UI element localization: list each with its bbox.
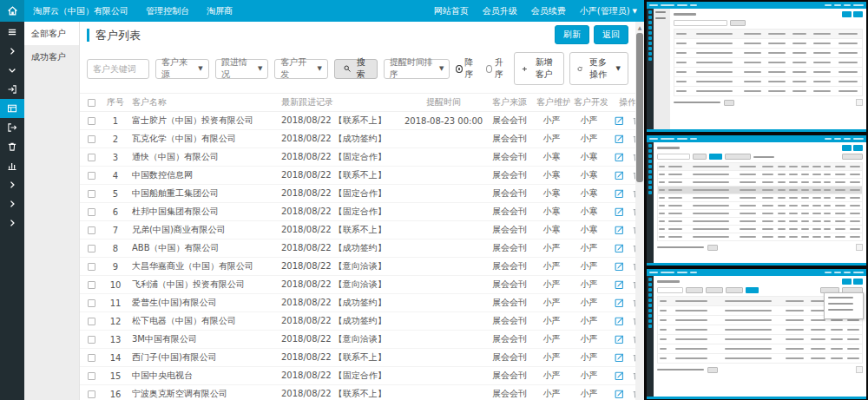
edit-icon[interactable] (615, 316, 625, 326)
nav-member-renew[interactable]: 会员续费 (524, 0, 573, 22)
sort-asc-radio[interactable]: 升序 (486, 56, 508, 81)
submenu-item-1[interactable]: 成功客户 (24, 45, 79, 69)
row-checkbox[interactable] (88, 372, 95, 380)
table-row[interactable]: 10 飞利浦（中国）投资有限公司 2018/08/22 【意向洽谈】 展会会刊 … (80, 276, 635, 294)
sidebar-item-5[interactable] (0, 118, 24, 137)
edit-icon[interactable] (615, 188, 625, 199)
table-row[interactable]: 3 通快（中国）有限公司 2018/08/22 【固定合作】 展会会刊 小寒 小… (80, 148, 635, 167)
cell-keeper: 小严 (533, 331, 570, 349)
sidebar-item-6[interactable] (0, 137, 24, 156)
preview-screenshot-2[interactable] (647, 135, 866, 266)
develop-select[interactable]: 客户开发▼ (274, 59, 328, 79)
edit-icon[interactable] (615, 115, 625, 126)
sidebar-item-1[interactable] (0, 42, 24, 61)
followup-select[interactable]: 跟进情况▼ (215, 59, 269, 79)
edit-icon[interactable] (615, 352, 625, 363)
scrollbar-thumb[interactable] (636, 33, 643, 182)
edit-icon[interactable] (615, 225, 625, 235)
col-header-record: 最新跟进记录 (278, 94, 401, 112)
row-checkbox[interactable] (88, 336, 95, 344)
table-row[interactable]: 14 西门子(中国)有限公司 2018/08/22 【联系不上】 展会会刊 小严… (80, 349, 635, 367)
keyword-input[interactable] (87, 59, 149, 79)
remind-sort-select[interactable]: 提醒时间排序▼ (384, 59, 450, 79)
edit-icon[interactable] (615, 298, 625, 308)
cell-name: 松下电器（中国）有限公司 (128, 312, 278, 331)
table-row[interactable]: 8 ABB（中国）有限公司 2018/08/22 【成功签约】 展会会刊 小严 … (80, 239, 635, 258)
nav-console[interactable]: 管理控制台 (137, 0, 198, 22)
cell-remind (401, 221, 486, 239)
scroll-up-arrow-icon[interactable]: ▲ (635, 22, 644, 32)
sidebar-item-8[interactable] (0, 175, 24, 194)
back-button[interactable]: 返回 (594, 25, 628, 44)
row-checkbox[interactable] (88, 263, 95, 271)
preview-screenshot-3[interactable] (647, 269, 866, 399)
row-checkbox[interactable] (88, 299, 95, 307)
nav-site-home[interactable]: 网站首页 (427, 0, 476, 22)
nav-member-upgrade[interactable]: 会员升级 (476, 0, 524, 22)
table-row[interactable]: 9 大昌华嘉商业（中国）有限公司 2018/08/22 【意向洽谈】 展会会刊 … (80, 258, 635, 276)
nav-shop[interactable]: 淘屏商 (198, 0, 241, 22)
submenu-item-0[interactable]: 全部客户 (24, 22, 79, 45)
edit-icon[interactable] (615, 207, 625, 217)
edit-icon[interactable] (615, 334, 625, 344)
edit-icon[interactable] (615, 243, 625, 253)
home-button[interactable] (0, 0, 24, 22)
row-checkbox[interactable] (88, 226, 95, 234)
row-checkbox[interactable] (88, 154, 95, 161)
table-row[interactable]: 6 杜邦中国集团有限公司 2018/08/22 【固定合作】 展会会刊 小寒 小… (80, 203, 635, 221)
search-button[interactable]: 搜索 (334, 59, 378, 79)
sidebar-item-7[interactable] (0, 156, 24, 175)
table-row[interactable]: 16 宁波奥克斯空调有限公司 2018/08/22 【联系不上】 展会会刊 小严… (80, 385, 635, 400)
edit-icon[interactable] (615, 261, 625, 272)
sidebar-item-10[interactable] (0, 213, 24, 233)
row-checkbox[interactable] (88, 245, 95, 252)
cell-name: 中国中央电视台 (128, 367, 278, 385)
add-customer-button[interactable]: 新增客户 (514, 52, 564, 85)
table-row[interactable]: 15 中国中央电视台 2018/08/22 【固定合作】 展会会刊 小严 小严 (80, 367, 635, 385)
home-icon (7, 5, 18, 16)
customer-table: 序号 客户名称 最新跟进记录 提醒时间 客户来源 客户维护 客户开发 操作 1 … (80, 93, 635, 400)
select-all-checkbox[interactable] (88, 99, 95, 107)
sidebar-item-9[interactable] (0, 194, 24, 213)
table-row[interactable]: 7 兄弟(中国)商业有限公司 2018/08/22 【联系不上】 展会会刊 小寒… (80, 221, 635, 239)
edit-icon[interactable] (615, 170, 625, 180)
sidebar-item-3[interactable] (0, 80, 24, 99)
row-checkbox[interactable] (88, 208, 95, 216)
row-checkbox[interactable] (88, 318, 95, 325)
table-row[interactable]: 13 3M中国有限公司 2018/08/22 【意向洽谈】 展会会刊 小严 小严 (80, 331, 635, 349)
sort-desc-radio[interactable]: 降序 (456, 56, 477, 81)
cell-no: 7 (102, 221, 128, 239)
row-checkbox[interactable] (88, 390, 95, 398)
chevron-down-icon: ▼ (258, 65, 262, 72)
table-row[interactable]: 5 中国船舶重工集团公司 2018/08/22 【固定合作】 展会会刊 小寒 小… (80, 185, 635, 203)
refresh-button[interactable]: 刷新 (555, 25, 589, 44)
chevron-right-icon (7, 199, 17, 209)
table-row[interactable]: 2 瓦克化学（中国）有限公司 2018/08/22 【成功签约】 展会会刊 小严… (80, 130, 635, 148)
table-row[interactable]: 11 爱普生(中国)有限公司 2018/08/22 【成功签约】 展会会刊 小严… (80, 294, 635, 312)
sidebar-item-0[interactable] (0, 23, 24, 42)
row-checkbox[interactable] (88, 190, 95, 198)
row-checkbox[interactable] (88, 117, 95, 125)
table-row[interactable]: 12 松下电器（中国）有限公司 2018/08/22 【成功签约】 展会会刊 小… (80, 312, 635, 331)
source-select[interactable]: 客户来源▼ (155, 59, 209, 79)
vertical-scrollbar[interactable]: ▲ (635, 22, 644, 400)
row-checkbox[interactable] (88, 172, 95, 180)
edit-icon[interactable] (615, 152, 625, 162)
row-checkbox[interactable] (88, 354, 95, 362)
row-checkbox[interactable] (88, 135, 95, 143)
preview-screenshot-1[interactable] (647, 2, 866, 132)
edit-icon[interactable] (615, 279, 625, 290)
sidebar-item-4[interactable] (0, 99, 24, 118)
edit-icon[interactable] (615, 389, 625, 399)
preview-navbar (647, 2, 866, 9)
table-row[interactable]: 1 富士胶片（中国）投资有限公司 2018/08/22 【联系不上】 2018-… (80, 112, 635, 130)
row-checkbox[interactable] (88, 281, 95, 289)
user-menu[interactable]: 小严(管理员) ▼ (573, 0, 644, 22)
edit-icon[interactable] (615, 134, 625, 144)
more-actions-button[interactable]: 更多操作 ▼ (569, 52, 628, 85)
sidebar-item-2[interactable] (0, 61, 24, 80)
cell-source: 展会会刊 (486, 258, 533, 276)
edit-icon[interactable] (615, 370, 625, 381)
table-row[interactable]: 4 中国数控信息网 2018/08/22 【联系不上】 展会会刊 小寒 小寒 (80, 167, 635, 185)
brand-name[interactable]: 淘屏云（中国）有限公司 (24, 0, 137, 22)
